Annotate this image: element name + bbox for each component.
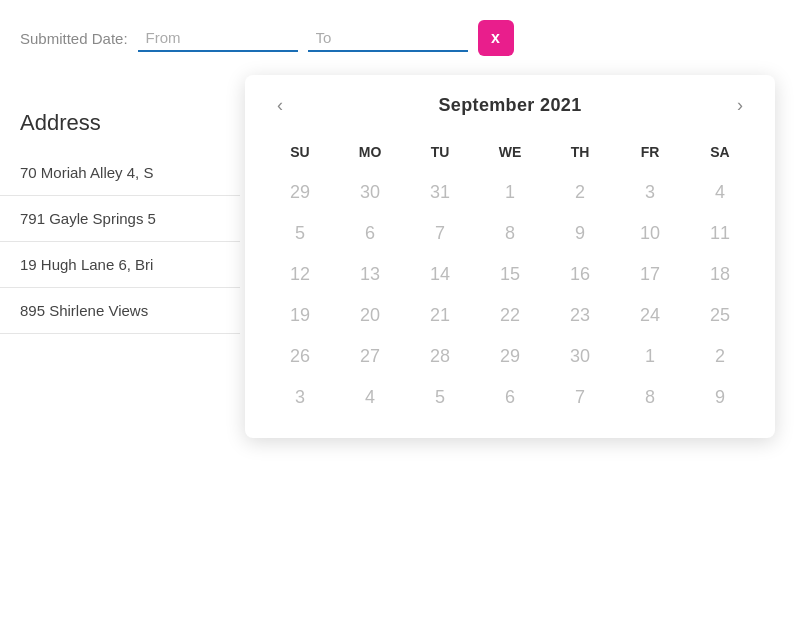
day-cell[interactable]: 29 [265,172,335,213]
day-cell[interactable]: 4 [685,172,755,213]
address-section: Address 70 Moriah Alley 4, S791 Gayle Sp… [0,100,240,334]
day-header: MO [335,136,405,172]
prev-month-button[interactable]: ‹ [269,91,291,120]
day-cell[interactable]: 16 [545,254,615,295]
header-row: Submitted Date: x [0,0,810,76]
day-cell[interactable]: 11 [685,213,755,254]
day-cell[interactable]: 25 [685,295,755,336]
calendar-nav: ‹ September 2021 › [265,91,755,120]
day-cell[interactable]: 8 [615,377,685,418]
day-cell[interactable]: 10 [615,213,685,254]
to-date-input[interactable] [308,25,468,52]
day-cell[interactable]: 30 [545,336,615,377]
address-row: 19 Hugh Lane 6, Bri [0,242,240,288]
day-cell[interactable]: 6 [475,377,545,418]
day-cell[interactable]: 4 [335,377,405,418]
next-month-button[interactable]: › [729,91,751,120]
day-cell[interactable]: 6 [335,213,405,254]
calendar-grid: SUMOTUWETHFRSA29303112345678910111213141… [265,136,755,418]
close-button[interactable]: x [478,20,514,56]
day-cell[interactable]: 24 [615,295,685,336]
day-cell[interactable]: 20 [335,295,405,336]
day-header: TU [405,136,475,172]
day-cell[interactable]: 9 [545,213,615,254]
day-cell[interactable]: 13 [335,254,405,295]
day-cell[interactable]: 31 [405,172,475,213]
address-row: 70 Moriah Alley 4, S [0,150,240,196]
day-cell[interactable]: 18 [685,254,755,295]
submitted-date-label: Submitted Date: [20,30,128,47]
address-row: 895 Shirlene Views [0,288,240,334]
day-header: FR [615,136,685,172]
address-row: 791 Gayle Springs 5 [0,196,240,242]
day-header: TH [545,136,615,172]
day-cell[interactable]: 5 [265,213,335,254]
calendar-month-title: September 2021 [438,95,581,116]
day-cell[interactable]: 9 [685,377,755,418]
day-cell[interactable]: 15 [475,254,545,295]
day-cell[interactable]: 1 [615,336,685,377]
address-column-header: Address [0,100,240,150]
day-cell[interactable]: 7 [405,213,475,254]
day-cell[interactable]: 1 [475,172,545,213]
day-header: WE [475,136,545,172]
calendar-dropdown: ‹ September 2021 › SUMOTUWETHFRSA2930311… [245,75,775,438]
day-cell[interactable]: 2 [545,172,615,213]
day-cell[interactable]: 27 [335,336,405,377]
from-date-input[interactable] [138,25,298,52]
day-cell[interactable]: 5 [405,377,475,418]
day-cell[interactable]: 28 [405,336,475,377]
day-cell[interactable]: 22 [475,295,545,336]
day-cell[interactable]: 8 [475,213,545,254]
day-cell[interactable]: 26 [265,336,335,377]
day-header: SU [265,136,335,172]
day-cell[interactable]: 2 [685,336,755,377]
day-cell[interactable]: 17 [615,254,685,295]
day-cell[interactable]: 14 [405,254,475,295]
day-cell[interactable]: 3 [265,377,335,418]
day-cell[interactable]: 30 [335,172,405,213]
day-header: SA [685,136,755,172]
day-cell[interactable]: 21 [405,295,475,336]
day-cell[interactable]: 3 [615,172,685,213]
day-cell[interactable]: 12 [265,254,335,295]
day-cell[interactable]: 7 [545,377,615,418]
day-cell[interactable]: 29 [475,336,545,377]
day-cell[interactable]: 19 [265,295,335,336]
day-cell[interactable]: 23 [545,295,615,336]
